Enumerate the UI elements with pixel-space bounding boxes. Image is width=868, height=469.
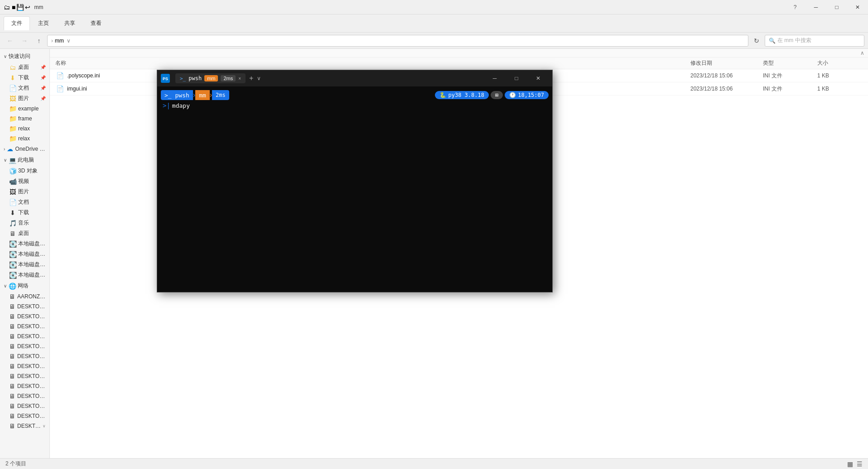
chevron-right-icon: › [4, 147, 5, 152]
file-date: 2023/12/18 15:06 [690, 86, 763, 92]
sidebar-item-pictures[interactable]: 🖼 图片 📌 [0, 93, 49, 104]
file-icon: 📄 [55, 84, 64, 93]
ps-right-badges: 🐍 py38 3.8.18 ⊞ 🕐 18,15:07 [435, 91, 549, 99]
ps-tab-active[interactable]: >_ pwsh mm 2ms × [175, 73, 246, 83]
refresh-button[interactable]: ↻ [750, 34, 763, 47]
sidebar-item-drive-f[interactable]: 💽 本地磁盘 (F:) [0, 270, 49, 280]
sidebar-item-net7[interactable]: 🖥 DESKTOP-LC... [0, 361, 49, 371]
computer-icon: 🖥 [9, 373, 15, 380]
sidebar-item-net3[interactable]: 🖥 DESKTOP-77... [0, 321, 49, 331]
onedrive-icon: ☁ [7, 145, 13, 153]
sidebar-item-net1[interactable]: 🖥 DESKTOP-1II... [0, 302, 49, 311]
ps-badge-time: 🕐 18,15:07 [505, 91, 549, 99]
column-type[interactable]: 类型 [763, 59, 817, 67]
computer-icon: 🖥 [9, 383, 15, 390]
sidebar: ∨ 快速访问 🗂 桌面 📌 ⬇ 下载 📌 📄 文档 📌 🖼 图片 [0, 49, 50, 458]
sidebar-item-net8[interactable]: 🖥 DESKTOP-NE... [0, 371, 49, 381]
pc-icon: 💻 [9, 157, 16, 164]
ps-tab-close-button[interactable]: × [238, 76, 241, 81]
sidebar-item-docs2[interactable]: 📄 文档 [0, 197, 49, 207]
sidebar-item-docs[interactable]: 📄 文档 📌 [0, 83, 49, 93]
sidebar-item-drive-e[interactable]: 💽 本地磁盘 (E:) [0, 259, 49, 270]
sidebar-item-drive-c[interactable]: 💽 本地磁盘 (C:) [0, 239, 49, 249]
folder-icon: 📁 [9, 115, 16, 122]
sidebar-item-3d[interactable]: 🧊 3D 对象 [0, 166, 49, 176]
sidebar-item-net13[interactable]: 🖥 DESKTOP-RP... ∨ [0, 421, 49, 431]
sidebar-onedrive-header[interactable]: › ☁ OneDrive - Pe [0, 144, 49, 154]
sidebar-item-net4[interactable]: 🖥 DESKTOP-F8... [0, 331, 49, 341]
tab-file[interactable]: 文件 [4, 16, 30, 30]
ps-maximize-button[interactable]: □ [506, 70, 527, 86]
column-size[interactable]: 大小 [817, 59, 854, 67]
computer-icon: 🖥 [9, 412, 15, 420]
back-button[interactable]: ← [4, 34, 16, 47]
view-controls: ▦ ☰ [847, 460, 863, 468]
sidebar-item-drive-d[interactable]: 💽 本地磁盘 (D:) [0, 249, 49, 259]
file-size: 1 KB [817, 86, 854, 92]
close-button[interactable]: ✕ [847, 0, 868, 14]
computer-icon: 🖥 [9, 293, 15, 300]
sidebar-network-header[interactable]: ∨ 🌐 网络 [0, 280, 49, 292]
minimize-button[interactable]: ─ [805, 0, 826, 14]
forward-button[interactable]: → [18, 34, 31, 47]
sidebar-item-net0[interactable]: 🖥 AARONZHAN... [0, 292, 49, 302]
file-type: INI 文件 [763, 72, 817, 80]
ps-add-tab-button[interactable]: + [247, 74, 255, 82]
up-button[interactable]: ↑ [33, 34, 45, 47]
sidebar-item-relax2[interactable]: 📁 relax [0, 134, 49, 144]
sidebar-pc-header[interactable]: ∨ 💻 此电脑 [0, 154, 49, 166]
downloads-icon: ⬇ [9, 209, 16, 216]
ps-input-text[interactable]: mdapy [172, 102, 190, 109]
ps-close-button[interactable]: ✕ [528, 70, 549, 86]
ps-tab-chevron[interactable]: ∨ [257, 75, 261, 81]
sidebar-item-net5[interactable]: 🖥 DESKTOP-HC... [0, 341, 49, 351]
file-type: INI 文件 [763, 85, 817, 93]
ps-body[interactable]: >_ pwsh › mm › 2ms 🐍 py38 3.8.18 ⊞ 🕐 18,… [157, 86, 552, 292]
tab-view[interactable]: 查看 [83, 17, 109, 30]
list-view-icon[interactable]: ☰ [857, 460, 863, 468]
maximize-button[interactable]: □ [826, 0, 847, 14]
sidebar-item-example[interactable]: 📁 example [0, 104, 49, 114]
network-icon: 🌐 [9, 282, 16, 290]
help-button[interactable]: ? [785, 0, 805, 14]
sidebar-item-pictures2[interactable]: 🖼 图片 [0, 187, 49, 197]
sidebar-item-desktop[interactable]: 🗂 桌面 📌 [0, 62, 49, 72]
ps-title-bar: PS >_ pwsh mm 2ms × + ∨ ─ □ ✕ [157, 70, 552, 86]
ps-tab-path: mm [204, 75, 218, 81]
pin-icon: 📌 [40, 86, 46, 91]
sidebar-item-net10[interactable]: 🖥 DESKTOP-Q1... [0, 391, 49, 401]
sidebar-item-net11[interactable]: 🖥 DESKTOP-RH... [0, 401, 49, 411]
computer-icon: 🖥 [9, 422, 15, 430]
ps-tab-bar: >_ pwsh mm 2ms × + ∨ [174, 73, 481, 83]
sidebar-item-music[interactable]: 🎵 音乐 [0, 218, 49, 228]
sidebar-item-video[interactable]: 📹 视频 [0, 176, 49, 187]
tab-home[interactable]: 主页 [31, 17, 56, 30]
ps-segment-pwsh: >_ pwsh [161, 90, 193, 100]
search-icon: 🔍 [769, 38, 776, 44]
sidebar-item-downloads[interactable]: ⬇ 下载 📌 [0, 72, 49, 83]
sidebar-item-net12[interactable]: 🖥 DESKTOP-RN... [0, 411, 49, 421]
pictures-icon: 🖼 [9, 188, 16, 196]
item-count: 2 个项目 [5, 460, 26, 468]
grid-view-icon[interactable]: ▦ [847, 460, 853, 468]
status-bar: 2 个项目 ▦ ☰ [0, 458, 868, 469]
ps-segment-path: mm [195, 90, 210, 100]
column-name[interactable]: 名称 [55, 59, 690, 67]
sidebar-item-downloads2[interactable]: ⬇ 下载 [0, 207, 49, 218]
sidebar-item-net9[interactable]: 🖥 DESKTOP-OC... [0, 381, 49, 391]
search-bar[interactable]: 🔍 在 mm 中搜索 [765, 35, 864, 47]
sidebar-item-net2[interactable]: 🖥 DESKTOP-2C... [0, 311, 49, 321]
address-dropdown[interactable]: ∨ [67, 38, 71, 44]
sidebar-quick-access-header[interactable]: ∨ 快速访问 [0, 51, 49, 62]
file-list-header: 名称 修改日期 类型 大小 [50, 57, 868, 69]
sidebar-item-frame[interactable]: 📁 frame [0, 114, 49, 124]
address-bar[interactable]: › mm ∨ [47, 35, 748, 47]
sidebar-item-net6[interactable]: 🖥 DESKTOP-LB... [0, 351, 49, 361]
sidebar-item-desktop2[interactable]: 🖥 桌面 [0, 228, 49, 239]
sidebar-item-relax1[interactable]: 📁 relax [0, 124, 49, 134]
column-date[interactable]: 修改日期 [690, 59, 763, 67]
sort-arrow: ∧ [860, 50, 864, 56]
tab-share[interactable]: 共享 [57, 17, 82, 30]
docs-icon: 📄 [9, 199, 16, 206]
ps-minimize-button[interactable]: ─ [484, 70, 505, 86]
